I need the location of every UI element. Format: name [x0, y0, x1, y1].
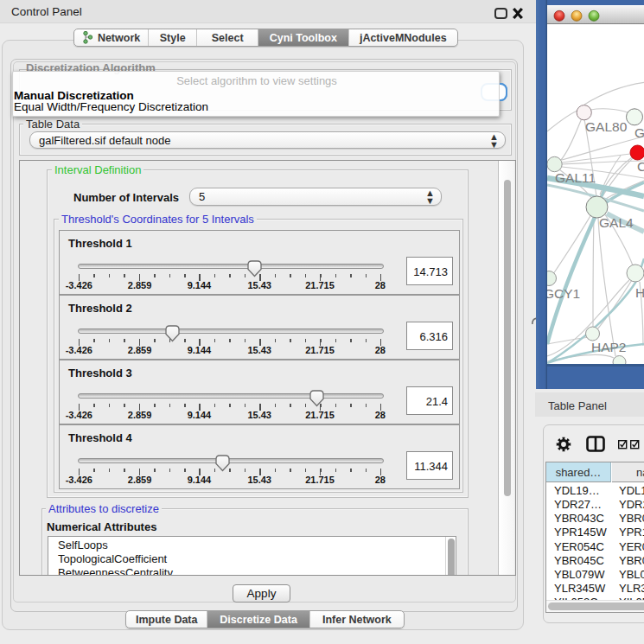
svg-text:GAL4: GAL4 [599, 215, 634, 230]
svg-text:GAL: GAL [634, 125, 644, 140]
svg-text:GCY1: GCY1 [547, 286, 580, 301]
svg-text:GAL80: GAL80 [585, 119, 628, 134]
svg-text:C: C [637, 159, 644, 174]
svg-text:HAP2: HAP2 [591, 340, 627, 354]
svg-text:GAL11: GAL11 [555, 170, 596, 185]
svg-text:H: H [635, 285, 644, 300]
